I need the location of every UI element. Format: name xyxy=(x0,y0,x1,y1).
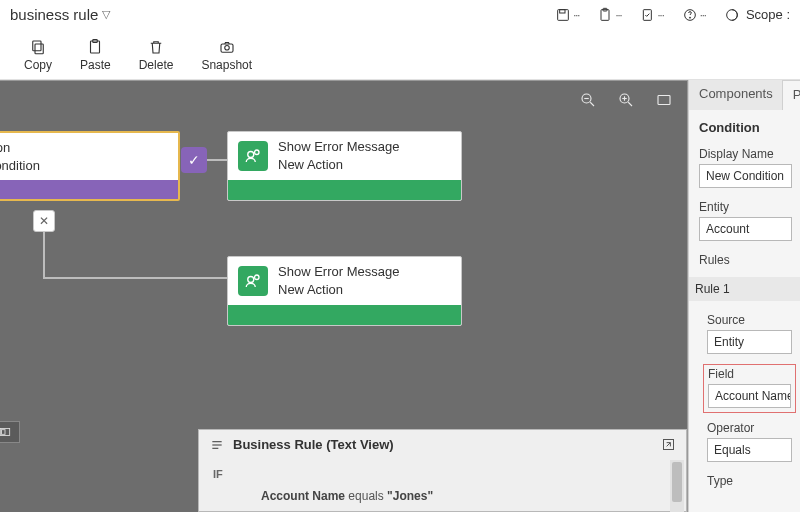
action-sub: New Action xyxy=(278,156,399,174)
svg-line-15 xyxy=(590,102,594,106)
tab-components[interactable]: Components xyxy=(689,80,783,110)
action-node[interactable]: Show Error Message New Action xyxy=(227,131,462,201)
display-name-input[interactable]: New Condition xyxy=(699,164,792,188)
chevron-down-icon: ▽ xyxy=(102,8,110,21)
entity-label: Entity xyxy=(699,200,792,214)
source-value: Entity xyxy=(714,335,744,349)
display-name-value: New Condition xyxy=(706,169,784,183)
condition-title: ndition xyxy=(0,139,168,157)
svg-point-13 xyxy=(225,45,230,50)
fit-screen-icon[interactable] xyxy=(655,91,673,109)
action-footer-bar xyxy=(228,305,461,326)
list-icon xyxy=(209,437,225,453)
condition-footer-bar xyxy=(0,180,178,199)
header-actions: ··· ··· ··· ··· Scope : xyxy=(555,7,790,23)
action-title: Show Error Message xyxy=(278,138,399,156)
entity-value: Account xyxy=(706,222,749,236)
zoom-in-icon[interactable] xyxy=(617,91,635,109)
delete-label: Delete xyxy=(139,58,174,72)
svg-point-22 xyxy=(248,152,254,158)
svg-point-24 xyxy=(248,277,254,283)
action-sub: New Action xyxy=(278,281,399,299)
source-label: Source xyxy=(707,313,792,327)
connector-line xyxy=(43,232,45,279)
operator-input[interactable]: Equals xyxy=(707,438,792,462)
error-action-icon xyxy=(238,266,268,296)
copy-label: Copy xyxy=(24,58,52,72)
svg-rect-9 xyxy=(33,41,41,51)
scope-selector[interactable]: Scope : xyxy=(724,7,790,23)
svg-rect-27 xyxy=(2,430,6,435)
panel-heading: Condition xyxy=(699,120,792,135)
textview-body: IF Account Name equals "Jones" THEN xyxy=(199,460,686,512)
connector-line xyxy=(43,277,227,279)
source-input[interactable]: Entity xyxy=(707,330,792,354)
action-footer-bar xyxy=(228,180,461,201)
operator-value: Equals xyxy=(714,443,751,457)
svg-point-23 xyxy=(255,150,260,155)
scope-label: Scope : xyxy=(746,7,790,22)
title-bar: business rule ▽ ··· ··· ··· ··· Scope : xyxy=(0,0,800,30)
help-icon[interactable]: ··· xyxy=(682,7,706,23)
field-highlight: Field Account Name xyxy=(703,364,796,413)
rules-label: Rules xyxy=(699,253,792,267)
paste-label: Paste xyxy=(80,58,111,72)
snapshot-label: Snapshot xyxy=(201,58,252,72)
tab-properties[interactable]: P xyxy=(782,80,800,110)
scrollbar[interactable] xyxy=(670,460,684,512)
delete-button[interactable]: Delete xyxy=(139,38,174,72)
save-icon[interactable]: ··· xyxy=(555,7,579,23)
canvas-zoom-controls xyxy=(579,91,673,109)
sidepanel-tabs: Components P xyxy=(689,80,800,110)
paste-button[interactable]: Paste xyxy=(80,38,111,72)
condition-sub: w Condition xyxy=(0,157,168,175)
error-action-icon xyxy=(238,141,268,171)
clipboard-icon[interactable]: ··· xyxy=(597,7,621,23)
rule-header[interactable]: Rule 1 xyxy=(689,277,800,301)
false-branch-cap[interactable]: ✕ xyxy=(33,210,55,232)
display-name-label: Display Name xyxy=(699,147,792,161)
svg-rect-8 xyxy=(35,44,43,54)
connector-line xyxy=(207,159,227,161)
field-value: Account Name xyxy=(715,389,791,403)
condition-node[interactable]: ndition w Condition xyxy=(0,131,180,201)
snapshot-button[interactable]: Snapshot xyxy=(201,38,252,72)
type-label: Type xyxy=(707,474,792,488)
toolbar: Copy Paste Delete Snapshot xyxy=(0,30,800,80)
cond-val: "Jones" xyxy=(387,489,433,503)
field-label: Field xyxy=(708,367,791,381)
zoom-out-icon[interactable] xyxy=(579,91,597,109)
minimap-toggle[interactable] xyxy=(0,421,20,443)
entity-input[interactable]: Account xyxy=(699,217,792,241)
cond-mid: equals xyxy=(345,489,387,503)
svg-point-6 xyxy=(689,17,690,18)
true-branch-cap[interactable]: ✓ xyxy=(181,147,207,173)
copy-button[interactable]: Copy xyxy=(24,38,52,72)
validate-icon[interactable]: ··· xyxy=(640,7,664,23)
designer-canvas[interactable]: ndition w Condition ✓ ✕ Show Error Messa… xyxy=(0,80,688,512)
action-node[interactable]: Show Error Message New Action xyxy=(227,256,462,326)
svg-rect-1 xyxy=(560,9,565,12)
svg-rect-21 xyxy=(658,96,670,105)
title-text: business rule xyxy=(10,6,98,23)
properties-panel: Components P Condition Display Name New … xyxy=(688,80,800,512)
cond-field: Account Name xyxy=(261,489,345,503)
field-input[interactable]: Account Name xyxy=(708,384,791,408)
action-title: Show Error Message xyxy=(278,263,399,281)
record-title[interactable]: business rule ▽ xyxy=(10,6,110,23)
textview-panel: Business Rule (Text View) IF Account Nam… xyxy=(198,429,687,512)
textview-title: Business Rule (Text View) xyxy=(233,437,394,452)
expand-icon[interactable] xyxy=(661,437,676,452)
svg-line-18 xyxy=(628,102,632,106)
operator-label: Operator xyxy=(707,421,792,435)
if-keyword: IF xyxy=(213,468,223,480)
svg-point-25 xyxy=(255,275,260,280)
